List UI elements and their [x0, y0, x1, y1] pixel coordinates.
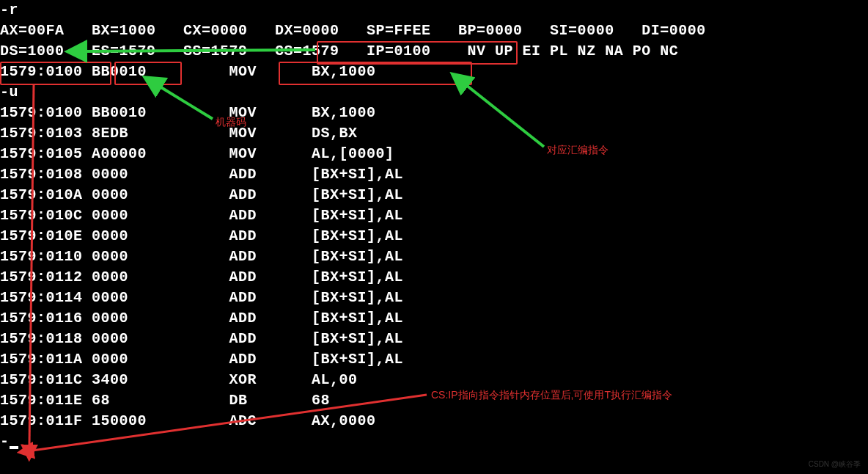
cursor-icon [10, 446, 18, 449]
registers-line-1: AX=00FA BX=1000 CX=0000 DX=0000 SP=FFEE … [0, 21, 868, 41]
label-machine-code: 机器码 [216, 116, 246, 129]
watermark: CSDN @峡谷季 [809, 459, 861, 470]
debug-r-command: -r [0, 0, 868, 21]
disasm-line: 1579:0118 0000 ADD [BX+SI],AL [0, 329, 868, 349]
disasm-line: 1579:0108 0000 ADD [BX+SI],AL [0, 164, 868, 185]
disasm-line: 1579:011C 3400 XOR AL,00 [0, 370, 868, 390]
box-asm [279, 62, 472, 85]
disasm-line: 1579:011F 150000 ADC AX,0000 [0, 411, 868, 431]
disasm-line: 1579:010A 0000 ADD [BX+SI],AL [0, 185, 868, 205]
disasm-line: 1579:010C 0000 ADD [BX+SI],AL [0, 205, 868, 226]
debug-u-command: -u [0, 82, 868, 103]
disasm-line: 1579:0112 0000 ADD [BX+SI],AL [0, 267, 868, 288]
disasm-line: 1579:0116 0000 ADD [BX+SI],AL [0, 308, 868, 329]
disasm-line: 1579:011A 0000 ADD [BX+SI],AL [0, 349, 868, 370]
disasm-line: 1579:0105 A00000 MOV AL,[0000] [0, 144, 868, 164]
disasm-line: 1579:0103 8EDB MOV DS,BX [0, 123, 868, 144]
label-csip-note: CS:IP指向指令指针内存位置后,可使用T执行汇编指令 [431, 389, 672, 402]
box-machine-code [114, 62, 182, 85]
label-asm: 对应汇编指令 [547, 144, 608, 157]
disasm-line: 1579:0100 BB0010 MOV BX,1000 [0, 103, 868, 123]
disasm-line: 1579:010E 0000 ADD [BX+SI],AL [0, 226, 868, 247]
box-address [0, 62, 111, 85]
disasm-line: 1579:0110 0000 ADD [BX+SI],AL [0, 247, 868, 267]
disasm-line: 1579:0114 0000 ADD [BX+SI],AL [0, 288, 868, 308]
debug-prompt[interactable]: - [0, 431, 868, 452]
